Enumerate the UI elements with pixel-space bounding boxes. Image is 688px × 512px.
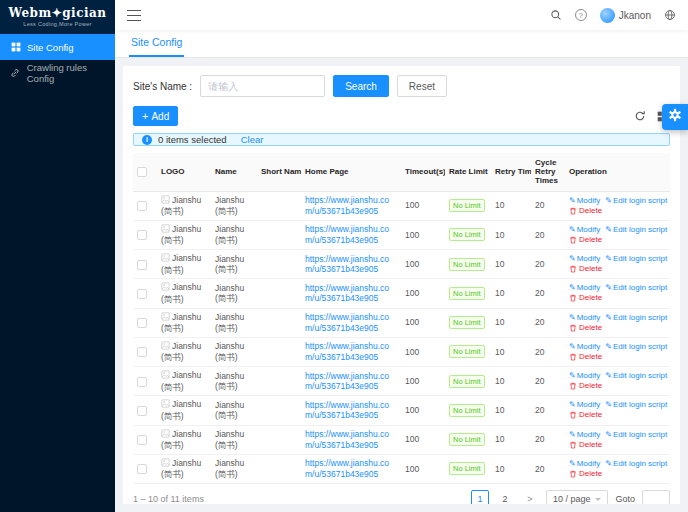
home-page-link[interactable]: https://www.jianshu.com/u/53671b43e905 xyxy=(305,224,389,245)
row-checkbox[interactable] xyxy=(137,435,147,445)
pencil-icon: ✎ xyxy=(605,284,612,292)
edit-login-script-link[interactable]: ✎Edit login script xyxy=(605,430,667,440)
help-icon[interactable]: ? xyxy=(575,9,587,21)
home-page-link[interactable]: https://www.jianshu.com/u/53671b43e905 xyxy=(305,254,389,275)
logo-cell: Jianshu (简书) xyxy=(157,191,211,220)
info-icon: i xyxy=(142,135,152,145)
edit-login-script-link[interactable]: ✎Edit login script xyxy=(605,254,667,264)
table-row: Jianshu (简书) Jianshu (简书) https://www.ji… xyxy=(133,250,670,279)
edit-login-script-link[interactable]: ✎Edit login script xyxy=(605,459,667,469)
row-checkbox[interactable] xyxy=(137,260,147,270)
modify-link[interactable]: ✎Modify xyxy=(569,283,600,293)
home-page-link[interactable]: https://www.jianshu.com/u/53671b43e905 xyxy=(305,195,389,216)
menu-collapse-icon[interactable] xyxy=(127,10,141,21)
logo-cell: Jianshu (简书) xyxy=(157,279,211,308)
row-checkbox[interactable] xyxy=(137,318,147,328)
delete-link[interactable]: Delete xyxy=(569,352,602,362)
pencil-icon: ✎ xyxy=(605,255,612,263)
home-page-link[interactable]: https://www.jianshu.com/u/53671b43e905 xyxy=(305,429,389,450)
home-page-cell: https://www.jianshu.com/u/53671b43e905 xyxy=(301,396,401,425)
modify-link[interactable]: ✎Modify xyxy=(569,225,600,235)
home-page-link[interactable]: https://www.jianshu.com/u/53671b43e905 xyxy=(305,312,389,333)
edit-login-script-link[interactable]: ✎Edit login script xyxy=(605,313,667,323)
modify-link[interactable]: ✎Modify xyxy=(569,196,600,206)
edit-login-script-link[interactable]: ✎Edit login script xyxy=(605,342,667,352)
delete-link[interactable]: Delete xyxy=(569,206,602,216)
refresh-icon[interactable] xyxy=(634,110,646,122)
search-icon[interactable] xyxy=(550,9,562,21)
modify-link[interactable]: ✎Modify xyxy=(569,371,600,381)
goto-input[interactable] xyxy=(642,490,670,504)
edit-login-script-link[interactable]: ✎Edit login script xyxy=(605,400,667,410)
delete-link[interactable]: Delete xyxy=(569,293,602,303)
row-checkbox[interactable] xyxy=(137,377,147,387)
rate-limit-tag: No Limit xyxy=(449,433,485,446)
clear-selection-link[interactable]: Clear xyxy=(241,134,264,145)
edit-login-script-link[interactable]: ✎Edit login script xyxy=(605,225,667,235)
home-page-cell: https://www.jianshu.com/u/53671b43e905 xyxy=(301,279,401,308)
page-2-button[interactable]: 2 xyxy=(496,490,514,504)
sidebar-item-crawling-rules-config[interactable]: Crawling rules Config xyxy=(0,60,115,86)
row-checkbox[interactable] xyxy=(137,406,147,416)
row-checkbox[interactable] xyxy=(137,201,147,211)
timeout-cell: 100 xyxy=(401,337,445,366)
retry-times-cell: 10 xyxy=(491,396,531,425)
operation-cell: ✎Modify ✎Edit login script Delete xyxy=(565,425,670,454)
short-name-cell xyxy=(257,425,301,454)
select-all-checkbox[interactable] xyxy=(137,167,147,177)
delete-link[interactable]: Delete xyxy=(569,323,602,333)
delete-link[interactable]: Delete xyxy=(569,440,602,450)
delete-link[interactable]: Delete xyxy=(569,381,602,391)
broken-image-icon xyxy=(161,195,170,207)
home-page-link[interactable]: https://www.jianshu.com/u/53671b43e905 xyxy=(305,371,389,392)
home-page-link[interactable]: https://www.jianshu.com/u/53671b43e905 xyxy=(305,400,389,421)
home-page-link[interactable]: https://www.jianshu.com/u/53671b43e905 xyxy=(305,283,389,304)
rate-limit-cell: No Limit xyxy=(445,337,491,366)
timeout-cell: 100 xyxy=(401,367,445,396)
language-globe-icon[interactable] xyxy=(664,9,676,21)
home-page-link[interactable]: https://www.jianshu.com/u/53671b43e905 xyxy=(305,458,389,479)
delete-link[interactable]: Delete xyxy=(569,235,602,245)
row-checkbox[interactable] xyxy=(137,289,147,299)
home-page-link[interactable]: https://www.jianshu.com/u/53671b43e905 xyxy=(305,341,389,362)
modify-link[interactable]: ✎Modify xyxy=(569,342,600,352)
tab-site-config[interactable]: Site Config xyxy=(129,36,184,57)
modify-link[interactable]: ✎Modify xyxy=(569,313,600,323)
reset-button[interactable]: Reset xyxy=(397,75,447,97)
column-header-timeout: Timeout(s) xyxy=(401,153,445,191)
edit-login-script-link[interactable]: ✎Edit login script xyxy=(605,371,667,381)
trash-icon xyxy=(569,294,577,302)
pencil-icon: ✎ xyxy=(569,284,576,292)
delete-link[interactable]: Delete xyxy=(569,264,602,274)
pencil-icon: ✎ xyxy=(569,343,576,351)
delete-link[interactable]: Delete xyxy=(569,469,602,479)
modify-link[interactable]: ✎Modify xyxy=(569,459,600,469)
sidebar-item-site-config[interactable]: Site Config xyxy=(0,34,115,60)
search-button[interactable]: Search xyxy=(333,75,389,97)
next-page-button[interactable]: > xyxy=(521,490,539,504)
edit-login-script-link[interactable]: ✎Edit login script xyxy=(605,196,667,206)
logo-cell: Jianshu (简书) xyxy=(157,396,211,425)
trash-icon xyxy=(569,411,577,419)
row-checkbox[interactable] xyxy=(137,230,147,240)
delete-link[interactable]: Delete xyxy=(569,410,602,420)
modify-link[interactable]: ✎Modify xyxy=(569,254,600,264)
row-checkbox[interactable] xyxy=(137,347,147,357)
tab-bar: Site Config xyxy=(115,30,688,58)
user-menu[interactable]: Jkanon xyxy=(600,8,651,23)
site-name-input[interactable] xyxy=(200,75,325,97)
logo-cell: Jianshu (简书) xyxy=(157,308,211,337)
page-1-button[interactable]: 1 xyxy=(471,490,489,504)
trash-icon xyxy=(569,441,577,449)
add-button[interactable]: + Add xyxy=(133,106,178,126)
table-row: Jianshu (简书) Jianshu (简书) https://www.ji… xyxy=(133,396,670,425)
modify-link[interactable]: ✎Modify xyxy=(569,400,600,410)
modify-link[interactable]: ✎Modify xyxy=(569,430,600,440)
settings-fab[interactable] xyxy=(662,104,688,130)
column-header-retry-times: Retry Times xyxy=(491,153,531,191)
retry-times-cell: 10 xyxy=(491,425,531,454)
row-checkbox[interactable] xyxy=(137,464,147,474)
page-size-select[interactable]: 10 / page xyxy=(546,490,609,504)
edit-login-script-link[interactable]: ✎Edit login script xyxy=(605,283,667,293)
cycle-retry-times-cell: 20 xyxy=(531,425,565,454)
